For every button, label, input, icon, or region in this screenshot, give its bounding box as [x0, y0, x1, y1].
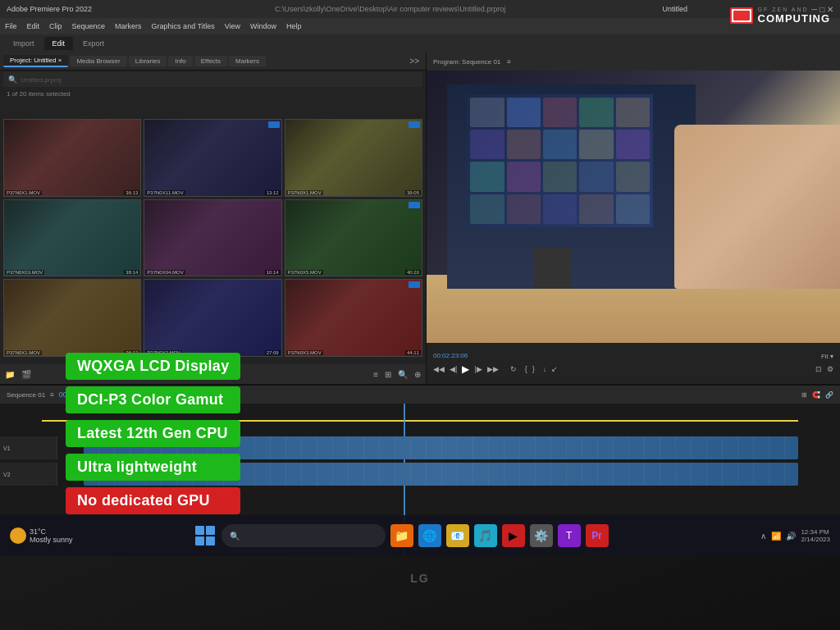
menu-file[interactable]: File: [5, 22, 17, 30]
in-point-btn[interactable]: {: [525, 365, 527, 373]
main-content: Project: Untitled × Media Browser Librar…: [0, 52, 840, 384]
timeline-menu-icon[interactable]: ≡: [50, 391, 54, 399]
thumbnail-7[interactable]: P37N0X1.MOV 36:13: [3, 279, 141, 357]
new-item-icon[interactable]: 🎬: [21, 370, 31, 379]
thumbnail-5[interactable]: P37N0X04.MOV 10:14: [144, 199, 281, 277]
linked-btn[interactable]: 🔗: [825, 391, 833, 399]
weather-widget: 31°C Mostly sunny: [10, 527, 73, 544]
thumb-dur-3: 39:05: [405, 190, 421, 195]
menu-window[interactable]: Window: [250, 22, 276, 30]
taskbar-teams-icon[interactable]: T: [558, 524, 581, 547]
tab-markers[interactable]: Markers: [229, 56, 266, 66]
track-select-btn[interactable]: ⊞: [801, 391, 807, 399]
win-sq-3: [195, 536, 204, 546]
taskbar-youtube-icon[interactable]: ▶: [502, 524, 525, 547]
taskbar-spotify-icon[interactable]: 🎵: [474, 524, 497, 547]
weather-temp: 31°C: [30, 527, 73, 536]
network-icon[interactable]: 📶: [771, 532, 781, 541]
panel-tabs: Project: Untitled × Media Browser Librar…: [0, 52, 426, 71]
premiere-icon: Pr: [591, 530, 602, 541]
tab-media-browser[interactable]: Media Browser: [70, 56, 126, 66]
search-bar[interactable]: 🔍 Untitled.prproj: [3, 72, 422, 87]
grid-view-icon[interactable]: ⊞: [385, 370, 391, 379]
thumb-label-4: P37N0X03.MOV: [5, 270, 44, 275]
loop-btn[interactable]: ↻: [510, 365, 517, 373]
taskbar-premiere-icon[interactable]: Pr: [586, 524, 609, 547]
taskbar-settings-icon[interactable]: ⚙️: [530, 524, 553, 547]
thumb-label-5: P37N0X04.MOV: [145, 270, 185, 275]
app-icon-18: [543, 194, 577, 224]
tab-effects[interactable]: Effects: [194, 56, 227, 66]
thumbnail-grid: P37N0X1.MOV 36:13 P37N0X11.MOV 13:12: [0, 116, 426, 360]
tab-edit[interactable]: Edit: [44, 37, 74, 50]
app-icon-12: [507, 162, 541, 191]
taskbar-mail-icon[interactable]: 📧: [446, 524, 469, 547]
play-btn[interactable]: ▶: [462, 363, 469, 375]
menu-edit[interactable]: Edit: [27, 22, 40, 30]
v1-label: V1: [3, 445, 11, 451]
new-bin-icon[interactable]: 📁: [5, 370, 15, 379]
insert-btn[interactable]: ↓: [543, 365, 547, 373]
thumbnail-8[interactable]: P37N0X2.MOV 27:09: [144, 279, 281, 357]
thumb-label-7: P37N0X1.MOV: [5, 350, 42, 355]
taskbar-edge-icon[interactable]: 🌐: [418, 524, 441, 547]
taskbar-explorer-icon[interactable]: 📁: [390, 524, 413, 547]
tab-libraries[interactable]: Libraries: [129, 56, 167, 66]
app-icon-20: [616, 194, 650, 224]
step-back-btn[interactable]: ◀◀: [433, 365, 445, 373]
app-icon-5: [616, 98, 650, 127]
safe-margin-btn[interactable]: ⊡: [815, 365, 822, 373]
overwrite-btn[interactable]: ↙: [551, 365, 558, 373]
search-panel-icon[interactable]: 🔍: [398, 370, 408, 379]
thumbnail-1[interactable]: P37N0X1.MOV 36:13: [3, 119, 141, 197]
thumb-dur-5: 10:14: [265, 270, 281, 275]
thumbnail-6[interactable]: P37N0X5.MOV 40:20: [285, 199, 422, 277]
tab-import[interactable]: Import: [5, 37, 43, 50]
thumb-label-9: P37N0X3.MOV: [286, 350, 323, 355]
logo-area: GF ZEN AND COMPUTING: [730, 7, 830, 25]
app-icon-6: [470, 130, 504, 159]
menu-sequence[interactable]: Sequence: [72, 22, 106, 30]
fit-label[interactable]: Fit ▾: [821, 353, 833, 360]
tab-export[interactable]: Export: [75, 37, 112, 50]
menu-graphics[interactable]: Graphics and Titles: [152, 22, 215, 30]
menu-markers[interactable]: Markers: [115, 22, 142, 30]
thumbnail-9[interactable]: P37N0X3.MOV 44:11: [285, 279, 422, 357]
frame-back-btn[interactable]: ◀|: [450, 365, 457, 373]
windows-start-btn[interactable]: [194, 524, 217, 547]
logo-sub-text: GF ZEN AND: [758, 7, 830, 12]
weather-text: 31°C Mostly sunny: [30, 527, 73, 544]
list-view-icon[interactable]: ≡: [373, 370, 378, 379]
thumb-label-6: P37N0X5.MOV: [286, 270, 323, 275]
thumb-label-2: P37N0X11.MOV: [145, 190, 185, 195]
volume-icon[interactable]: 🔊: [786, 532, 796, 541]
tab-project[interactable]: Project: Untitled ×: [3, 55, 68, 67]
snap-btn[interactable]: 🧲: [812, 391, 820, 399]
settings-btn[interactable]: ⚙: [827, 365, 833, 373]
thumbnail-4[interactable]: P37N0X03.MOV 38:14: [3, 199, 141, 277]
thumbnail-3[interactable]: P37N0X1.MOV 39:05: [285, 119, 422, 197]
tab-info[interactable]: Info: [168, 56, 192, 66]
panel-expand[interactable]: >>: [406, 57, 422, 66]
menu-view[interactable]: View: [225, 22, 240, 30]
track-label-v1: V1: [0, 436, 57, 459]
step-fwd-btn[interactable]: ▶▶: [487, 365, 499, 373]
edge-icon: 🌐: [422, 529, 436, 542]
out-point-btn[interactable]: }: [532, 365, 535, 373]
thumbnail-2[interactable]: P37N0X11.MOV 13:12: [144, 119, 281, 197]
clock[interactable]: 12:34 PM2/14/2023: [801, 528, 830, 543]
edit-tabs: Import Edit Export: [0, 34, 840, 52]
program-monitor: [427, 71, 840, 343]
taskbar: 31°C Mostly sunny 🔍: [0, 515, 840, 556]
screen-icons-grid: [467, 94, 653, 227]
menu-help[interactable]: Help: [286, 22, 302, 30]
tray-up-icon[interactable]: ∧: [760, 532, 766, 541]
menu-clip[interactable]: Clip: [49, 22, 62, 30]
zoom-icon[interactable]: ⊕: [414, 370, 421, 379]
taskbar-search[interactable]: 🔍: [221, 524, 386, 547]
app-icon-17: [507, 194, 541, 224]
frame-fwd-btn[interactable]: |▶: [474, 365, 482, 373]
program-menu-icon[interactable]: ≡: [507, 58, 511, 66]
left-panel: Project: Untitled × Media Browser Librar…: [0, 52, 427, 384]
mail-icon: 📧: [450, 529, 464, 542]
